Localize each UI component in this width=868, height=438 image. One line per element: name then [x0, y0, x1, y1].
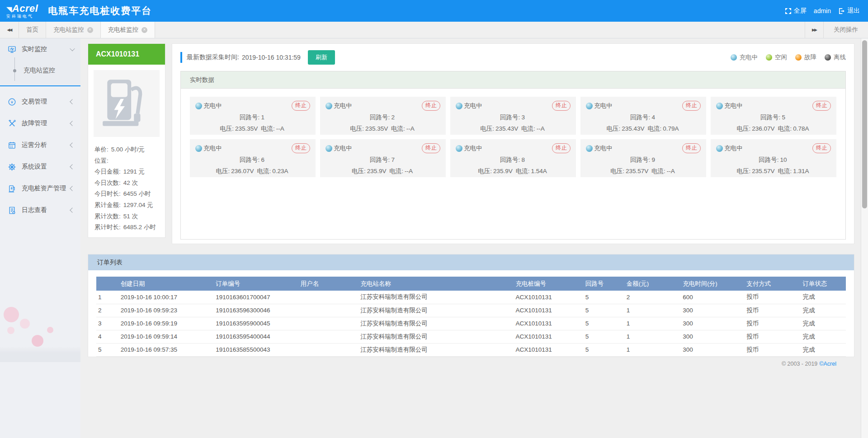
current-value: 0.78A	[793, 125, 809, 132]
col-index	[96, 277, 119, 291]
collect-time-label: 最新数据采集时间:	[187, 53, 239, 61]
sidebar-item-transactions[interactable]: ¥ 交易管理	[0, 91, 80, 113]
charging-status-icon	[456, 103, 462, 109]
terminate-button[interactable]: 终止	[552, 143, 571, 153]
terminate-button[interactable]: 终止	[292, 101, 310, 111]
cell-pay-method: 投币	[745, 330, 801, 343]
cell-pile-number: ACX1010131	[514, 304, 583, 317]
circuit-readings: 电压:235.43V 电流:0.79A	[586, 125, 701, 133]
cell-circuit-number: 5	[584, 343, 625, 356]
voltage-value: 236.07V	[752, 125, 774, 132]
logo-text: Acrel	[12, 3, 38, 14]
tabs-scroll-right-button[interactable]	[805, 22, 824, 38]
sidebar-item-station-monitor[interactable]: 充电站监控	[0, 62, 80, 79]
terminate-button[interactable]: 终止	[682, 101, 701, 111]
status-label: 充电中	[464, 102, 482, 110]
tab-close-icon[interactable]	[87, 27, 93, 33]
calendar-icon	[7, 141, 16, 150]
table-row[interactable]: 5 2019-10-16 09:57:35 1910163585500043 江…	[96, 343, 846, 356]
circuit-card: 充电中 终止 回路号:10 电压:235.57V 电流:1.31A	[711, 139, 836, 177]
vertical-scrollbar[interactable]	[861, 38, 868, 438]
cell-order-status: 完成	[801, 317, 846, 330]
sidebar-submenu: 充电站监控	[0, 60, 80, 85]
close-operations-menu[interactable]: 关闭操作	[824, 22, 868, 38]
station-code: ACX1010131	[88, 44, 165, 65]
brand-link[interactable]: ©Acrel	[819, 361, 836, 367]
circuit-readings: 电压:235.43V 电流:--A	[456, 125, 571, 133]
circuit-number: 回路号:1	[195, 113, 310, 122]
cell-create-date: 2019-10-16 09:59:19	[119, 317, 214, 330]
circuit-number: 回路号:9	[586, 156, 701, 164]
charging-status-icon	[456, 145, 462, 152]
tab-pile-monitor[interactable]: 充电桩监控	[101, 22, 156, 38]
terminate-button[interactable]: 终止	[422, 101, 440, 111]
tab-home[interactable]: 首页	[19, 22, 46, 38]
cell-station-name: 江苏安科瑞制造有限公司	[359, 330, 514, 343]
sidebar-item-settings[interactable]: 系统设置	[0, 156, 80, 178]
realtime-data-box: 实时数据 充电中 终止	[180, 71, 846, 240]
chevron-left-icon	[70, 142, 75, 147]
current-value: 1.54A	[531, 168, 547, 174]
tab-label: 充电桩监控	[108, 26, 139, 34]
tab-label: 充电站监控	[53, 26, 84, 34]
table-row[interactable]: 2 2019-10-16 09:59:23 1910163596300046 江…	[96, 304, 846, 317]
charging-status-icon	[326, 103, 332, 109]
tab-close-icon[interactable]	[142, 27, 147, 33]
terminate-button[interactable]: 终止	[292, 143, 310, 153]
table-row[interactable]: 3 2019-10-16 09:59:19 1910163595900045 江…	[96, 317, 846, 330]
refresh-button[interactable]: 刷新	[308, 50, 335, 65]
cell-username	[299, 330, 359, 343]
table-row[interactable]: 4 2019-10-16 09:59:14 1910163595400044 江…	[96, 330, 846, 343]
circuit-readings: 电压:236.07V 电流:0.78A	[716, 125, 831, 133]
fullscreen-button[interactable]: 全屏	[785, 7, 807, 15]
current-value: --A	[406, 125, 415, 132]
col-order-number: 订单编号	[214, 277, 298, 291]
sidebar-item-faults[interactable]: 故障管理	[0, 113, 80, 134]
scrollbar-thumb[interactable]	[862, 40, 867, 208]
status-label: 充电中	[334, 102, 352, 110]
terminate-button[interactable]: 终止	[422, 143, 440, 153]
stat-label: 单价:	[94, 146, 108, 153]
tabs-scroll-left-button[interactable]	[0, 22, 19, 38]
tab-station-monitor[interactable]: 充电站监控	[46, 22, 101, 38]
logout-button[interactable]: 退出	[838, 7, 860, 15]
circuit-card: 充电中 终止 回路号:9 电压:235.57V 电流:--A	[580, 139, 706, 177]
cell-circuit-number: 5	[584, 317, 625, 330]
logo-subtext: 安科瑞电气	[6, 14, 38, 19]
col-circuit-number: 回路号	[584, 277, 625, 291]
cell-index: 4	[96, 330, 119, 343]
station-stats: 单价:5.00 小时/元 位置: 今日金额:1291 元 今日次数:42 次	[88, 142, 165, 235]
col-username: 用户名	[299, 277, 359, 291]
stat-value: 42 次	[123, 179, 138, 186]
cell-station-name: 江苏安科瑞制造有限公司	[359, 317, 514, 330]
current-value: --A	[405, 168, 413, 174]
svg-text:¥: ¥	[10, 99, 13, 104]
sidebar-item-analytics[interactable]: 运营分析	[0, 134, 80, 156]
stat-line: 今日金额:1291 元	[94, 166, 159, 178]
sidebar-item-pile-assets[interactable]: 充电桩资产管理	[0, 178, 80, 199]
username: admin	[814, 7, 831, 14]
user-menu[interactable]: admin	[814, 7, 831, 14]
sidebar-decoration	[0, 303, 80, 362]
terminate-button[interactable]: 终止	[682, 143, 701, 153]
voltage-value: 235.43V	[495, 125, 518, 132]
terminate-button[interactable]: 终止	[812, 143, 831, 153]
circuit-readings: 电压:235.9V 电流:--A	[326, 167, 440, 175]
stat-value: 6455 小时	[123, 190, 151, 197]
main-content: ACX1010131 单价:5.00 小时/元	[80, 38, 861, 438]
orders-table-body: 1 2019-10-16 10:00:17 1910163601700047 江…	[96, 291, 846, 356]
cell-charge-minutes: 300	[681, 317, 745, 330]
cell-station-name: 江苏安科瑞制造有限公司	[359, 304, 514, 317]
stat-value: 1297.04 元	[123, 202, 153, 208]
terminate-button[interactable]: 终止	[812, 101, 831, 111]
sidebar-item-realtime-monitor[interactable]: 实时监控	[0, 38, 80, 60]
stat-line: 累计时长:6485.2 小时	[94, 222, 159, 233]
stat-line: 位置:	[94, 155, 159, 167]
terminate-button[interactable]: 终止	[552, 101, 571, 111]
circuit-card: 充电中 终止 回路号:3 电压:235.43V 电流:--A	[450, 97, 576, 135]
col-pile-number: 充电桩编号	[514, 277, 583, 291]
table-row[interactable]: 1 2019-10-16 10:00:17 1910163601700047 江…	[96, 291, 846, 304]
cell-index: 1	[96, 291, 119, 304]
sidebar-item-logs[interactable]: 日志查看	[0, 199, 80, 221]
offline-status-icon	[825, 54, 831, 61]
